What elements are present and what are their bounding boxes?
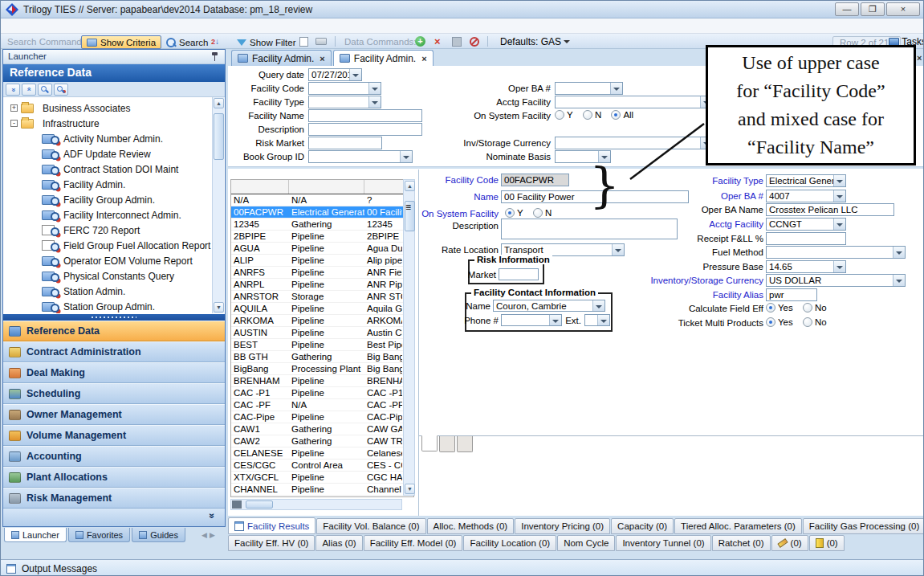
table-row[interactable]: AUSTIN Pipeline Austin Ch — [231, 327, 413, 339]
show-criteria-button[interactable]: Show Criteria — [81, 35, 161, 49]
detail-inner-tab[interactable] — [439, 436, 455, 452]
table-row[interactable]: CAC -P1 Pipeline CAC -P1 — [231, 387, 413, 399]
query-book-group-id-field[interactable] — [308, 150, 413, 163]
detail-inner-tab[interactable] — [457, 436, 473, 452]
delete-record-button[interactable]: × — [434, 34, 441, 49]
tree-item[interactable]: FERC 720 Report — [4, 223, 213, 238]
tree-item[interactable]: - Infrastructure — [4, 116, 213, 131]
query-facility-code-field[interactable] — [308, 82, 381, 95]
dropdown-icon[interactable] — [893, 275, 905, 286]
query-nominate-basis-field[interactable] — [555, 150, 611, 163]
dropdown-icon[interactable] — [833, 261, 845, 272]
table-row[interactable]: ALIP Pipeline Alip pipeli — [231, 255, 413, 267]
detail-receipt-fll-field[interactable] — [766, 232, 846, 245]
tabstrip-close-icon[interactable]: × — [917, 53, 922, 63]
menu-item[interactable] — [68, 24, 84, 27]
tree-item[interactable]: Field Group Fuel Allocation Report — [4, 238, 213, 253]
minimize-button[interactable]: — — [835, 2, 859, 16]
title-bar[interactable]: Trilogy TIES // Server: papabear\dev2014… — [1, 1, 924, 18]
bottom-tab[interactable]: Facility Vol. Balance (0) — [316, 518, 425, 534]
menu-item[interactable] — [20, 24, 36, 27]
sort-button[interactable]: 2↓ — [211, 34, 219, 49]
table-row[interactable]: ARKOMA Pipeline ARKOMA — [231, 315, 413, 327]
save-button[interactable] — [452, 34, 462, 49]
tree-item[interactable]: Station Group Admin. — [4, 299, 213, 313]
tree-item[interactable]: Facility Interconnect Admin. — [4, 207, 213, 223]
dropdown-icon[interactable] — [833, 190, 845, 202]
bottom-tab[interactable]: Facility Eff. HV (0) — [228, 535, 315, 551]
table-row[interactable]: 12345 Gathering 12345 — [231, 219, 413, 231]
query-acctg-facility-field[interactable] — [555, 96, 713, 108]
dropdown-icon[interactable] — [368, 96, 381, 108]
dropdown-icon[interactable] — [893, 247, 905, 258]
scroll-down-icon[interactable]: ▼ — [405, 484, 415, 494]
detail-facility-alias-field[interactable]: pwr — [766, 288, 817, 301]
bottom-tab[interactable]: Facility Results — [228, 517, 315, 534]
bottom-tab[interactable]: Ratchet (0) — [712, 535, 771, 551]
contact-name-field[interactable]: Couron, Cambrie — [493, 300, 605, 312]
table-row[interactable]: ANRFS Pipeline ANR Field — [231, 267, 413, 279]
bottom-tab[interactable]: (0) — [809, 535, 845, 551]
table-row[interactable]: CHANNEL Pipeline Channel F — [231, 484, 413, 496]
module-stack-button[interactable]: Scheduling — [3, 383, 225, 404]
menu-item[interactable] — [4, 24, 20, 27]
table-row[interactable]: BB GTH Gathering Big Bang — [231, 351, 413, 363]
table-row[interactable]: CELANESE Pipeline Celanese — [231, 447, 413, 460]
table-row[interactable]: BRENHAM Pipeline BRENHAM — [231, 375, 413, 387]
dropdown-icon[interactable] — [610, 83, 622, 94]
query-oper-ba-field[interactable] — [555, 82, 623, 95]
table-row[interactable]: AQUILA Pipeline Aquila Ga — [231, 303, 413, 315]
bottom-tab[interactable]: Facility Eff. Model (0) — [364, 535, 463, 551]
table-row[interactable]: XTX/GCFL Pipeline CGC HAL — [231, 472, 413, 484]
tab-scroll-arrows[interactable]: ◀▶ — [201, 531, 218, 539]
launcher-group-header[interactable]: Reference Data — [3, 64, 225, 82]
contact-phone-field[interactable] — [501, 314, 562, 326]
tree-toggle-icon[interactable]: + — [10, 104, 18, 112]
bottom-tab[interactable]: Tiered Alloc. Parameters (0) — [674, 518, 802, 534]
pin-icon[interactable] — [211, 52, 218, 61]
dropdown-icon[interactable] — [400, 151, 412, 162]
expand-all-button[interactable]: » — [22, 84, 36, 96]
tab-close-icon[interactable]: × — [320, 54, 324, 63]
document-tab[interactable]: Facility Admin. × — [333, 50, 434, 66]
radio-all[interactable] — [611, 110, 621, 120]
tree-item[interactable]: Contract Station DOI Maint — [4, 161, 213, 177]
bottom-tab[interactable]: Facility Gas Processing (0) — [803, 518, 924, 534]
table-row[interactable]: BEST Pipeline Best Pipe — [231, 339, 413, 351]
document-tab[interactable]: Facility Admin. × — [231, 50, 332, 66]
radio-no[interactable] — [803, 303, 812, 313]
query-inv-storage-currency-field[interactable] — [555, 137, 713, 149]
scroll-down-icon[interactable]: ▼ — [214, 302, 224, 313]
dropdown-icon[interactable] — [368, 83, 381, 94]
bottom-tab[interactable]: (0) — [771, 535, 808, 551]
bottom-tab[interactable]: Inventory Pricing (0) — [515, 518, 610, 534]
table-row[interactable]: CAW1 Gathering CAW GAT — [231, 423, 413, 435]
contact-ext-field[interactable] — [584, 314, 610, 326]
tree-item[interactable]: Facility Admin. — [4, 177, 213, 192]
table-row[interactable]: CES/CGC Control Area CES - CG — [231, 460, 413, 472]
print-button[interactable] — [315, 34, 327, 49]
tree-search-clear-button[interactable] — [54, 84, 68, 96]
module-stack-button[interactable]: Contract Administration — [3, 341, 225, 362]
radio-y[interactable] — [555, 110, 564, 120]
radio-no[interactable] — [803, 317, 812, 327]
radio-yes[interactable] — [766, 317, 775, 327]
table-column-header[interactable] — [364, 180, 402, 194]
print-preview-button[interactable] — [299, 34, 308, 49]
dropdown-icon[interactable] — [833, 175, 845, 186]
table-row[interactable]: ANRPL Pipeline ANR Pipe — [231, 279, 413, 291]
detail-inv-storage-currency-field[interactable]: US DOLLAR — [766, 274, 906, 287]
table-row[interactable]: N/A N/A ? — [231, 194, 413, 206]
detail-facility-type-field[interactable]: Electrical Generatio — [766, 174, 846, 187]
query-risk-market-field[interactable] — [308, 137, 382, 149]
module-stack-button[interactable]: Owner Management — [3, 404, 225, 425]
table-row[interactable]: BigBang Processing Plant Big Bang — [231, 363, 413, 375]
detail-facility-code-field[interactable]: 00FACPWR — [501, 174, 569, 186]
tab-close-icon[interactable]: × — [421, 54, 426, 63]
close-button[interactable]: × — [886, 2, 920, 16]
query-facility-name-field[interactable] — [308, 109, 422, 122]
detail-inner-tab[interactable] — [421, 435, 438, 451]
launcher-tab[interactable]: Guides — [132, 528, 185, 542]
tree-toggle-icon[interactable]: - — [10, 120, 18, 127]
detail-pressure-base-field[interactable]: 14.65 — [766, 260, 846, 273]
